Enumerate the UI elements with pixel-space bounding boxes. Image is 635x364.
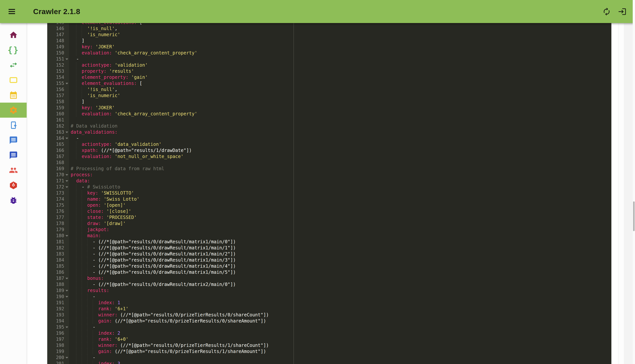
code-line[interactable]: key: 'SWISSLOTTO' <box>69 190 611 196</box>
code-line[interactable]: process: <box>69 172 611 178</box>
sidebar-item-messages-alt[interactable] <box>0 148 27 163</box>
code-line[interactable]: ] <box>69 98 611 105</box>
code-line[interactable]: - (//*[@path="results/0/drawResult/matri… <box>69 282 611 288</box>
code-line[interactable]: evaluation: 'check_array_content_propert… <box>69 111 611 117</box>
code-line[interactable]: gain: (//*[@path="results/0/prizeTierRes… <box>69 318 611 324</box>
sidebar-item-json[interactable]: {} <box>0 42 27 58</box>
code-line[interactable]: jackpot: <box>69 226 611 233</box>
gutter-line-number: 159 <box>47 105 69 111</box>
code-line[interactable]: close: '[close]' <box>69 208 611 214</box>
code-line[interactable]: index: 3 <box>69 360 611 364</box>
code-line[interactable]: draw: '[draw]' <box>69 220 611 226</box>
fold-arrow-icon[interactable] <box>66 138 68 139</box>
app-title: Crawler 2.1.8 <box>33 8 80 16</box>
code-line[interactable]: actiontype: 'validation' <box>69 62 611 68</box>
refresh-button[interactable] <box>602 7 611 16</box>
fold-arrow-icon[interactable] <box>66 290 68 292</box>
gutter-line-number: 179 <box>47 226 69 233</box>
sidebar-item-card[interactable] <box>0 72 27 88</box>
sidebar-item-home[interactable] <box>0 28 27 42</box>
gutter-line-number: 154 <box>47 74 69 80</box>
code-line[interactable]: - <box>69 56 611 62</box>
code-line[interactable]: index: 1 <box>69 300 611 306</box>
chat-dark-icon <box>9 151 18 160</box>
code-line[interactable]: - (//*[@path="results/0/drawResult/matri… <box>69 239 611 245</box>
fold-arrow-icon[interactable] <box>66 357 68 358</box>
fold-arrow-icon[interactable] <box>66 235 68 237</box>
editor-gutter: 1451461471481491501511521531541551561571… <box>47 23 69 364</box>
sidebar-item-users[interactable] <box>0 163 27 178</box>
code-line[interactable]: main: <box>69 233 611 239</box>
code-line[interactable]: actiontype: 'data_validation' <box>69 141 611 147</box>
code-line[interactable]: element_property: 'gain' <box>69 74 611 80</box>
gutter-line-number: 147 <box>47 32 69 38</box>
code-line[interactable]: winner: (//*[@path="results/0/prizeTierR… <box>69 312 611 318</box>
gutter-line-number: 164 <box>47 135 69 141</box>
fold-arrow-icon[interactable] <box>66 174 68 176</box>
code-line[interactable]: - <box>69 354 611 360</box>
code-line[interactable]: '!is_null', <box>69 86 611 92</box>
code-line[interactable]: ] <box>69 38 611 44</box>
sidebar-item-messages[interactable] <box>0 133 27 148</box>
code-line[interactable]: name: 'Swiss Lotto' <box>69 196 611 202</box>
code-line[interactable]: 'is_numeric' <box>69 32 611 38</box>
code-line[interactable]: property: 'results' <box>69 68 611 74</box>
code-line[interactable]: 'is_numeric' <box>69 92 611 98</box>
code-line[interactable] <box>69 160 611 166</box>
code-line[interactable]: - # SwissLotto <box>69 184 611 190</box>
code-line[interactable]: index: 2 <box>69 330 611 336</box>
gutter-line-number: 192 <box>47 306 69 312</box>
code-line[interactable]: - <box>69 294 611 300</box>
code-line[interactable]: evaluation: 'not_null_or_white_space' <box>69 154 611 160</box>
code-line[interactable]: rank: '6+0' <box>69 336 611 342</box>
fold-arrow-icon[interactable] <box>66 186 68 188</box>
gutter-line-number: 199 <box>47 348 69 354</box>
code-line[interactable]: # Data validation <box>69 123 611 129</box>
code-line[interactable]: data: <box>69 178 611 184</box>
login-button[interactable] <box>618 7 626 16</box>
code-line[interactable]: data_validations: <box>69 129 611 135</box>
code-line[interactable]: winner: (//*[@path="results/0/prizeTierR… <box>69 342 611 348</box>
gutter-line-number: 165 <box>47 141 69 147</box>
fold-arrow-icon[interactable] <box>66 296 68 298</box>
sidebar-item-packages[interactable] <box>0 178 27 193</box>
code-line[interactable]: results: <box>69 288 611 294</box>
menu-icon[interactable] <box>9 9 15 14</box>
sidebar-item-device-setup[interactable] <box>0 118 27 133</box>
fold-arrow-icon[interactable] <box>66 326 68 328</box>
code-line[interactable]: open: '[open]' <box>69 202 611 208</box>
fold-arrow-icon[interactable] <box>66 83 68 84</box>
code-line[interactable]: - <box>69 135 611 141</box>
editor-code-area[interactable]: element_evaluations: [ '!is_null', 'is_n… <box>69 23 611 364</box>
code-line[interactable]: state: 'PROCESSED' <box>69 214 611 220</box>
code-line[interactable]: gain: (//*[@path="results/0/prizeTierRes… <box>69 348 611 354</box>
page-scrollbar[interactable] <box>633 0 635 364</box>
code-line[interactable]: - (//*[@path="results/0/drawResult/matri… <box>69 251 611 257</box>
code-line[interactable]: - (//*[@path="results/0/drawResult/matri… <box>69 257 611 263</box>
sidebar-item-calendar[interactable] <box>0 88 27 102</box>
sidebar-item-settings[interactable] <box>0 102 27 118</box>
code-line[interactable]: evaluation: 'check_array_content_propert… <box>69 50 611 56</box>
code-line[interactable]: element_evaluations: [ <box>69 23 611 26</box>
fold-arrow-icon[interactable] <box>66 58 68 60</box>
code-line[interactable]: element_evaluations: [ <box>69 80 611 86</box>
fold-arrow-icon[interactable] <box>66 180 68 182</box>
code-line[interactable]: # Processing of data from raw html <box>69 166 611 172</box>
sidebar-item-debug[interactable] <box>0 193 27 208</box>
code-line[interactable]: xpath: (//*[@path="results/1/drawDate"]) <box>69 147 611 154</box>
yaml-code-editor[interactable]: 1451461471481491501511521531541551561571… <box>47 23 611 364</box>
page-scrollbar-thumb[interactable] <box>633 202 634 231</box>
fold-arrow-icon[interactable] <box>66 278 68 279</box>
sidebar-item-transfers[interactable] <box>0 58 27 72</box>
code-line[interactable]: key: 'JOKER' <box>69 44 611 50</box>
code-line[interactable]: - (//*[@path="results/0/drawResult/matri… <box>69 245 611 251</box>
code-line[interactable]: - (//*[@path="results/0/drawResult/matri… <box>69 269 611 275</box>
code-line[interactable]: '!is_null', <box>69 26 611 32</box>
code-line[interactable]: bonus: <box>69 275 611 282</box>
fold-arrow-icon[interactable] <box>66 132 68 133</box>
code-line[interactable]: - (//*[@path="results/0/drawResult/matri… <box>69 263 611 269</box>
code-line[interactable]: key: 'JOKER' <box>69 105 611 111</box>
code-line[interactable]: rank: '6+1' <box>69 306 611 312</box>
code-line[interactable] <box>69 117 611 123</box>
code-line[interactable]: - <box>69 324 611 330</box>
